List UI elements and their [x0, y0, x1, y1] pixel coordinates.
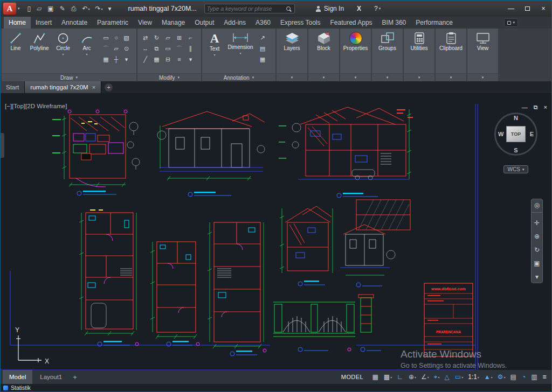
sign-in-button[interactable]: Sign In: [315, 5, 344, 12]
viewcube-west[interactable]: W: [498, 131, 503, 137]
units-icon[interactable]: ◔: [519, 373, 528, 381]
tab-a360[interactable]: A360: [251, 17, 275, 29]
workspace-gear-icon[interactable]: ⚙▾: [495, 373, 508, 381]
modify-tool-icon[interactable]: ⊞: [174, 32, 185, 43]
search-icon[interactable]: [286, 6, 291, 11]
viewcube-compass-ring[interactable]: N S W E TOP: [494, 113, 537, 156]
isodraft-icon[interactable]: ∠▾: [419, 373, 432, 381]
annotation-monitor-icon[interactable]: ▤: [508, 373, 519, 381]
viewcube[interactable]: N S W E TOP WCS▾: [490, 113, 542, 173]
tab-home[interactable]: Home: [4, 17, 31, 29]
layers-button[interactable]: Layers: [279, 30, 305, 73]
annotation-extra-icon[interactable]: ↗: [257, 32, 268, 43]
draw-extra-icon[interactable]: ▱: [111, 43, 121, 54]
modify-tool-icon[interactable]: ≡: [174, 54, 185, 65]
draw-extra-icon[interactable]: ┼: [111, 54, 121, 65]
drawing-canvas[interactable]: [−][Top][2D Wireframe] — ⧉ ×: [1, 93, 551, 370]
panel-view-footer[interactable]: ▾: [467, 73, 498, 81]
viewport-controls-label[interactable]: [−][Top][2D Wireframe]: [5, 103, 67, 109]
tab-annotate[interactable]: Annotate: [57, 17, 92, 29]
navbar-menu-icon[interactable]: ▾: [532, 274, 542, 280]
osnap-icon[interactable]: ⌖▾: [431, 373, 442, 381]
close-button[interactable]: ×: [535, 2, 551, 16]
modify-tool-icon[interactable]: ↔: [140, 43, 151, 54]
tab-insert[interactable]: Insert: [31, 17, 57, 29]
draw-extra-icon[interactable]: ▾: [121, 54, 132, 65]
modify-tool-icon[interactable]: ▱: [162, 32, 174, 43]
orbit-icon[interactable]: ↻: [532, 247, 542, 253]
modify-tool-icon[interactable]: ⊟: [162, 54, 174, 65]
draw-extra-icon[interactable]: ○: [111, 32, 121, 43]
properties-button[interactable]: Properties: [342, 30, 369, 73]
modify-tool-icon[interactable]: ↻: [151, 32, 162, 43]
panel-annotation-footer[interactable]: Annotation▾: [202, 73, 275, 81]
tab-output[interactable]: Output: [190, 17, 219, 29]
quick-properties-icon[interactable]: ▥: [529, 373, 540, 381]
draw-extra-icon[interactable]: ▭: [101, 32, 111, 43]
modify-tool-icon[interactable]: ∥: [185, 43, 196, 54]
layout1-tab[interactable]: Layout1: [33, 370, 68, 384]
minimize-button[interactable]: —: [503, 2, 519, 16]
navigation-wheel-icon[interactable]: ◎: [532, 202, 542, 213]
block-button[interactable]: Block: [310, 30, 337, 73]
new-tab-button[interactable]: +: [105, 83, 113, 92]
viewport-close-button[interactable]: ×: [544, 104, 547, 111]
qat-menu-icon[interactable]: ▾: [106, 4, 114, 13]
grid-icon[interactable]: ▦: [370, 373, 381, 381]
panel-layers-footer[interactable]: ▾: [277, 73, 307, 81]
draw-extra-icon[interactable]: ▧: [121, 32, 132, 43]
save-icon[interactable]: ▣: [45, 4, 56, 13]
groups-button[interactable]: Groups: [374, 30, 401, 73]
viewcube-south[interactable]: S: [514, 147, 518, 153]
draw-extra-icon[interactable]: ⌒: [101, 43, 111, 54]
modify-tool-icon[interactable]: ▭: [162, 43, 174, 54]
undo-icon[interactable]: ↶▾: [80, 4, 92, 13]
plot-icon[interactable]: ⎙: [69, 4, 79, 13]
close-tab-icon[interactable]: ×: [92, 84, 95, 90]
utilities-button[interactable]: Utilities: [406, 30, 432, 73]
modify-tool-icon[interactable]: ⌒: [174, 43, 185, 54]
panel-modify-footer[interactable]: Modify▾: [137, 73, 201, 81]
circle-tool[interactable]: Circle ▾: [51, 30, 75, 73]
redo-icon[interactable]: ↷▾: [93, 4, 105, 13]
wcs-menu[interactable]: WCS▾: [503, 165, 529, 173]
save-as-icon[interactable]: ✎: [58, 4, 68, 13]
viewcube-top-face[interactable]: TOP: [506, 126, 526, 142]
tab-bim-360[interactable]: BIM 360: [377, 17, 411, 29]
new-file-icon[interactable]: ▯: [25, 4, 34, 13]
panel-clipboard-footer[interactable]: ▾: [436, 73, 466, 81]
modify-tool-icon[interactable]: ⌐: [185, 32, 196, 43]
model-tab[interactable]: Model: [3, 370, 32, 384]
text-tool[interactable]: A Text ▾: [204, 30, 225, 73]
collapsed-palette-tab[interactable]: [1, 133, 4, 158]
ribbon-display-toggle[interactable]: ▾: [504, 18, 518, 27]
zoom-icon[interactable]: ⊕: [532, 233, 542, 240]
taskbar-item[interactable]: Statistik: [11, 384, 31, 391]
view-button[interactable]: View: [470, 30, 496, 73]
tab-express-tools[interactable]: Express Tools: [275, 17, 325, 29]
app-menu-button[interactable]: A ▾: [1, 2, 23, 16]
viewport-restore-button[interactable]: ⧉: [534, 104, 538, 111]
panel-block-footer[interactable]: ▾: [308, 73, 339, 81]
line-tool[interactable]: Line: [4, 30, 27, 73]
arc-tool[interactable]: Arc ▾: [75, 30, 99, 73]
polar-tracking-icon[interactable]: ⊕▾: [406, 373, 418, 381]
lineweight-icon[interactable]: ▭▾: [452, 373, 465, 381]
customization-icon[interactable]: ≡: [540, 373, 549, 381]
viewcube-east[interactable]: E: [530, 131, 534, 137]
snap-icon[interactable]: ▩▾: [381, 373, 394, 381]
object-snap-tracking-icon[interactable]: △: [442, 373, 452, 381]
tab-view[interactable]: View: [133, 17, 157, 29]
viewcube-north[interactable]: N: [514, 115, 518, 121]
tab-parametric[interactable]: Parametric: [92, 17, 133, 29]
autodesk-exchange-icon[interactable]: X: [357, 5, 361, 12]
annotation-scale[interactable]: 1:1▾: [466, 373, 482, 381]
open-file-icon[interactable]: ▱: [34, 4, 44, 13]
panel-draw-footer[interactable]: Draw▾: [2, 73, 136, 81]
tab-add-ins[interactable]: Add-ins: [219, 17, 251, 29]
modify-tool-icon[interactable]: ▦: [151, 54, 162, 65]
tab-manage[interactable]: Manage: [157, 17, 190, 29]
modify-tool-icon[interactable]: ⇄: [140, 32, 151, 43]
search-box[interactable]: [204, 4, 295, 13]
annotation-extra-icon[interactable]: ▦: [257, 54, 268, 65]
